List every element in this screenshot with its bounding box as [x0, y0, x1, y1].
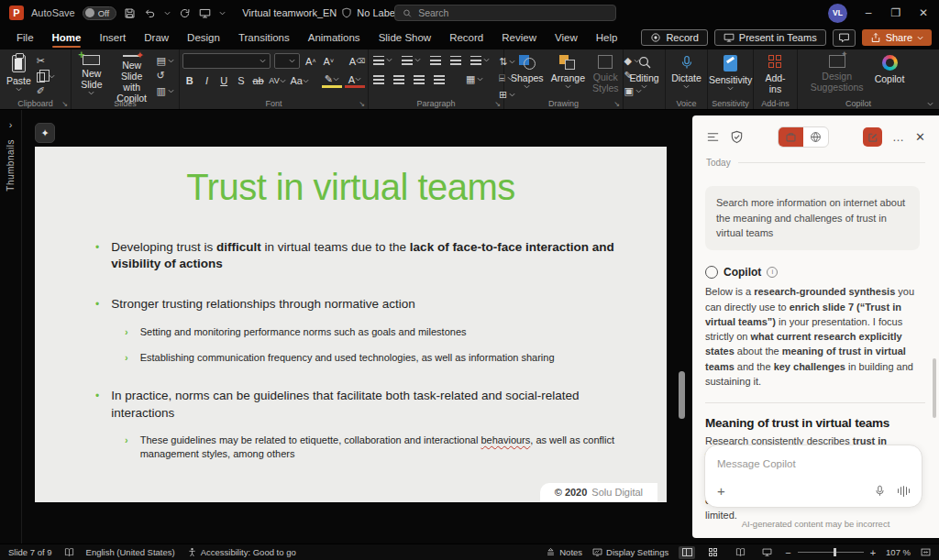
cut-button[interactable]: ✂	[35, 55, 57, 67]
message-input[interactable]	[717, 458, 910, 469]
tab-design[interactable]: Design	[178, 27, 229, 48]
redo-icon[interactable]	[179, 7, 191, 19]
paragraph-dialog-launcher[interactable]: ↘	[494, 100, 501, 108]
dictate-button[interactable]: Dictate	[668, 53, 704, 91]
bold-button[interactable]: B	[182, 73, 197, 88]
notes-button[interactable]: Notes	[546, 547, 582, 557]
tab-review[interactable]: Review	[492, 27, 546, 48]
paste-button[interactable]: Paste	[3, 53, 35, 97]
tab-animations[interactable]: Animations	[299, 27, 370, 48]
save-icon[interactable]	[124, 7, 136, 19]
reset-slide-button[interactable]: ↺	[155, 70, 176, 82]
align-center-button[interactable]	[392, 72, 406, 86]
add-attachment-button[interactable]: +	[717, 483, 725, 499]
normal-view-button[interactable]	[679, 546, 695, 559]
tab-transitions[interactable]: Transitions	[229, 27, 299, 48]
restore-button[interactable]: ❐	[889, 6, 902, 19]
strikethrough-button[interactable]: ab	[251, 73, 266, 88]
slide-indicator[interactable]: Slide 7 of 9	[8, 547, 52, 557]
quick-styles-button[interactable]: Quick Styles	[589, 53, 623, 97]
increase-font-size-button[interactable]: A˄	[304, 54, 318, 69]
align-right-button[interactable]	[412, 72, 426, 86]
numbering-button[interactable]	[400, 53, 423, 67]
font-name-combobox[interactable]	[182, 53, 271, 69]
close-button[interactable]: ✕	[917, 6, 930, 19]
zoom-out-button[interactable]: −	[785, 547, 790, 558]
accessibility-status[interactable]: Accessibility: Good to go	[187, 547, 296, 557]
user-avatar[interactable]: VL	[828, 4, 847, 23]
tab-insert[interactable]: Insert	[90, 27, 135, 48]
new-slide-with-copilot-button[interactable]: ✦ New Slide with Copilot	[109, 53, 155, 97]
tab-record[interactable]: Record	[440, 27, 492, 48]
new-chat-button[interactable]	[863, 127, 882, 147]
underline-button[interactable]: U	[216, 73, 231, 88]
pane-scrollbar-thumb[interactable]	[933, 358, 936, 418]
format-painter-button[interactable]: ✐	[35, 85, 57, 97]
thumbnails-panel-collapsed[interactable]: › Thumbnails	[0, 110, 22, 544]
new-slide-button[interactable]: + New Slide	[74, 53, 109, 97]
copilot-canvas-button[interactable]: ✦	[35, 123, 55, 143]
font-size-combobox[interactable]	[274, 53, 300, 69]
fit-slide-icon[interactable]	[921, 547, 931, 557]
bullets-button[interactable]	[371, 53, 394, 67]
record-button[interactable]: Record	[641, 29, 707, 46]
display-settings-button[interactable]: Display Settings	[592, 547, 668, 557]
columns-button[interactable]: ▦	[464, 72, 485, 86]
spellcheck-icon[interactable]	[64, 547, 74, 557]
slide-title[interactable]: Trust in virtual teams	[35, 147, 667, 208]
increase-indent-button[interactable]	[448, 53, 463, 67]
editing-button[interactable]: Editing	[626, 53, 662, 91]
tab-draw[interactable]: Draw	[135, 27, 178, 48]
change-case-button[interactable]: Aa	[290, 73, 310, 88]
zoom-level[interactable]: 107 %	[886, 547, 911, 557]
section-button[interactable]: ▥	[155, 85, 176, 97]
zoom-slider[interactable]	[798, 552, 864, 553]
drawing-dialog-launcher[interactable]: ↘	[613, 100, 620, 108]
info-icon[interactable]: i	[767, 267, 778, 278]
tab-home[interactable]: Home	[43, 27, 91, 48]
slide-canvas[interactable]: Trust in virtual teams •Developing trust…	[35, 147, 667, 502]
arrange-button[interactable]: Arrange	[547, 53, 589, 97]
present-in-teams-button[interactable]: Present in Teams	[714, 29, 826, 46]
copilot-button[interactable]: Copilot	[871, 53, 909, 97]
language-indicator[interactable]: English (United States)	[86, 547, 175, 557]
reading-view-button[interactable]	[732, 546, 748, 559]
search-input[interactable]	[418, 7, 608, 18]
tab-view[interactable]: View	[546, 27, 587, 48]
work-mode-tab[interactable]	[779, 127, 803, 147]
text-shadow-button[interactable]: S	[234, 73, 249, 88]
line-spacing-button[interactable]	[469, 53, 492, 67]
autosave-toggle[interactable]: Off	[83, 6, 117, 20]
italic-button[interactable]: I	[200, 73, 215, 88]
collapse-ribbon-chevron-icon[interactable]	[927, 102, 933, 106]
share-button[interactable]: Share	[862, 29, 932, 46]
character-spacing-button[interactable]: AV	[268, 73, 286, 88]
close-pane-button[interactable]: ✕	[915, 130, 925, 144]
expand-thumbnails-icon[interactable]: ›	[9, 119, 13, 130]
font-color-button[interactable]: A	[345, 73, 365, 88]
clear-formatting-button[interactable]: A⌫	[349, 54, 365, 69]
zoom-in-button[interactable]: +	[870, 547, 876, 558]
more-options-button[interactable]: …	[892, 130, 905, 144]
shapes-button[interactable]: Shapes	[507, 53, 547, 97]
tab-slide-show[interactable]: Slide Show	[370, 27, 441, 48]
hamburger-menu-icon[interactable]	[706, 130, 720, 144]
zoom-slider-handle[interactable]	[834, 548, 836, 556]
design-suggestions-button[interactable]: Design Suggestions	[809, 53, 866, 97]
copilot-mode-toggle[interactable]	[778, 126, 829, 148]
slideshow-view-button[interactable]	[758, 546, 775, 559]
font-dialog-launcher[interactable]: ↘	[359, 100, 365, 108]
sensitivity-button[interactable]: Sensitivity	[711, 53, 750, 93]
web-mode-tab[interactable]	[803, 127, 828, 147]
copy-button[interactable]	[35, 70, 57, 82]
undo-chevron-icon[interactable]	[164, 11, 171, 16]
comments-button[interactable]	[833, 29, 856, 47]
tab-help[interactable]: Help	[587, 27, 627, 48]
undo-icon[interactable]	[144, 7, 156, 19]
text-highlight-button[interactable]: ✎	[322, 73, 342, 88]
message-input-box[interactable]: +	[704, 445, 922, 508]
justify-button[interactable]	[432, 72, 447, 86]
decrease-indent-button[interactable]	[428, 53, 443, 67]
voice-waveform-icon[interactable]	[898, 486, 911, 497]
clipboard-dialog-launcher[interactable]: ↘	[61, 100, 68, 108]
